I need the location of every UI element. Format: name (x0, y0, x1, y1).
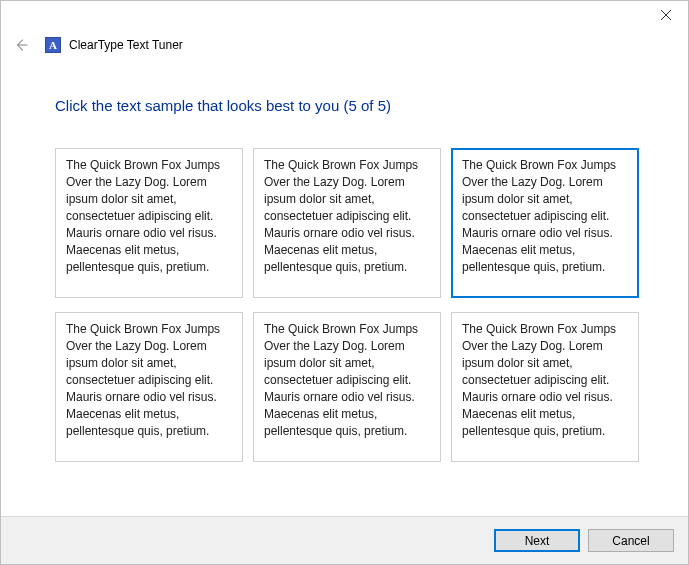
back-arrow-icon (12, 36, 30, 54)
app-icon: A (45, 37, 61, 53)
sample-grid: The Quick Brown Fox Jumps Over the Lazy … (55, 148, 648, 462)
text-sample-5[interactable]: The Quick Brown Fox Jumps Over the Lazy … (253, 312, 441, 462)
titlebar (1, 1, 688, 31)
text-sample-3[interactable]: The Quick Brown Fox Jumps Over the Lazy … (451, 148, 639, 298)
close-icon (661, 10, 671, 20)
cancel-button[interactable]: Cancel (588, 529, 674, 552)
close-button[interactable] (643, 1, 688, 29)
footer: Next Cancel (1, 516, 688, 564)
app-title: ClearType Text Tuner (69, 38, 183, 52)
text-sample-6[interactable]: The Quick Brown Fox Jumps Over the Lazy … (451, 312, 639, 462)
next-button[interactable]: Next (494, 529, 580, 552)
content-area: Click the text sample that looks best to… (55, 97, 648, 462)
app-icon-letter: A (49, 40, 57, 51)
back-button[interactable] (11, 35, 31, 55)
text-sample-1[interactable]: The Quick Brown Fox Jumps Over the Lazy … (55, 148, 243, 298)
dialog-window: A ClearType Text Tuner Click the text sa… (0, 0, 689, 565)
text-sample-4[interactable]: The Quick Brown Fox Jumps Over the Lazy … (55, 312, 243, 462)
header-row: A ClearType Text Tuner (11, 35, 183, 55)
instruction-text: Click the text sample that looks best to… (55, 97, 648, 114)
text-sample-2[interactable]: The Quick Brown Fox Jumps Over the Lazy … (253, 148, 441, 298)
